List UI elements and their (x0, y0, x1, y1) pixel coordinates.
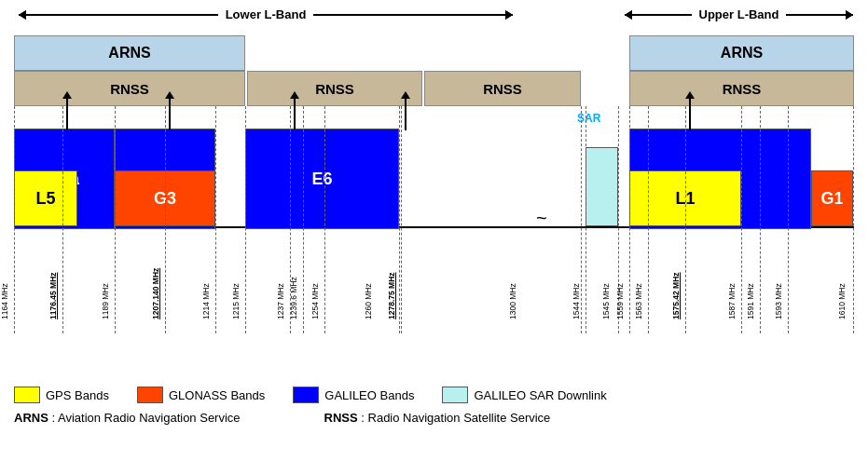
g1-block: G1 (811, 170, 853, 226)
glonass-legend-item: GLONASS Bands (137, 387, 265, 403)
freq-1610: 1610 MHz (837, 283, 847, 319)
legend-row-2: ARNS : Aviation Radio Navigation Service… (14, 411, 854, 425)
legend-row-1: GPS Bands GLONASS Bands GALILEO Bands GA… (14, 387, 854, 403)
freq-labels-area: 1164 MHz 1176.45 MHz 1189 MHz 1207.140 M… (14, 231, 854, 324)
freq-1215: 1215 MHz (231, 283, 241, 319)
arns-left-box: ARNS (14, 35, 245, 71)
arns-abbr: ARNS : Aviation Radio Navigation Service (14, 411, 241, 425)
freq-1239: 1239.6 MHz (289, 277, 298, 319)
freq-1254: 1254 MHz (310, 283, 320, 319)
upper-lband-label: Upper L-Band (692, 7, 787, 21)
freq-1176: 1176.45 MHz (48, 272, 58, 319)
arrow-1254 (290, 91, 299, 130)
sar-legend-item: GALILEO SAR Downlink (442, 387, 606, 403)
galileo-swatch (293, 387, 319, 403)
arrow-1575 (685, 91, 695, 130)
arns-right-box: ARNS (629, 35, 854, 71)
freq-1207: 1207.140 MHz (151, 268, 160, 319)
freq-1591: 1591 MHz (746, 283, 755, 319)
gps-swatch (14, 387, 40, 403)
freq-1237: 1237 MHz (276, 283, 285, 319)
rnss-box-2: RNSS (247, 71, 422, 106)
arrow-1176 (62, 91, 72, 130)
sar-swatch (442, 387, 468, 403)
e6-block: E6 (245, 129, 399, 229)
gps-legend-item: GPS Bands (14, 387, 109, 403)
freq-1559: 1559 MHz (615, 283, 625, 319)
lower-lband-label: Lower L-Band (218, 7, 314, 21)
glonass-swatch (137, 387, 163, 403)
legend-area: GPS Bands GLONASS Bands GALILEO Bands GA… (14, 387, 854, 470)
rnss-box-3: RNSS (424, 71, 581, 106)
freq-1544: 1544 MHz (572, 283, 581, 319)
freq-1260: 1260 MHz (364, 283, 373, 319)
freq-1164: 1164 MHz (0, 283, 9, 319)
freq-1545: 1545 MHz (601, 283, 611, 319)
freq-1575: 1575.42 MHz (671, 272, 681, 319)
upper-lband-arrow: Upper L-Band (625, 7, 853, 21)
rnss-box-1: RNSS (14, 71, 245, 106)
arrow-1207 (165, 91, 174, 130)
galileo-legend-item: GALILEO Bands (293, 387, 414, 403)
sar-frequency-block (586, 147, 618, 226)
squiggle: ~ (536, 208, 547, 229)
freq-1214: 1214 MHz (201, 283, 211, 319)
diagram-container: Lower L-Band Upper L-Band ARNS ARNS (0, 0, 868, 475)
arrow-1278 (401, 91, 410, 130)
freq-1593: 1593 MHz (774, 283, 783, 319)
freq-1563: 1563 MHz (634, 283, 643, 319)
freq-1300: 1300 MHz (508, 283, 517, 319)
rnss-abbr: RNSS : Radio Navigation Satellite Servic… (324, 411, 551, 425)
lower-lband-arrow: Lower L-Band (19, 7, 513, 21)
freq-1587: 1587 MHz (727, 283, 737, 319)
chart-area: ARNS ARNS RNSS RNSS RNSS RNSS E5a L5 (14, 35, 854, 333)
l5-block: L5 (14, 170, 77, 226)
freq-1189: 1189 MHz (101, 283, 110, 319)
freq-1278: 1278.75 MHz (387, 272, 396, 319)
rnss-box-4: RNSS (629, 71, 854, 106)
